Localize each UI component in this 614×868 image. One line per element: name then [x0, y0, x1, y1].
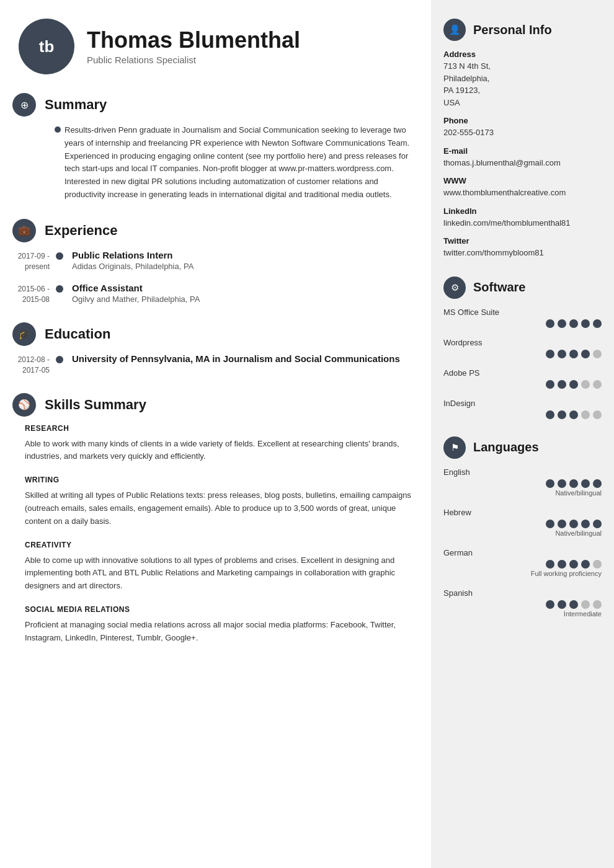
dot	[546, 520, 554, 528]
dot	[558, 479, 566, 488]
linkedin-label: LinkedIn	[443, 206, 602, 216]
lang-level-0: Native/bilingual	[443, 489, 602, 497]
experience-section: 💼 Experience 2017-09 -present Public Rel…	[12, 219, 412, 305]
experience-icon: 💼	[12, 219, 36, 242]
address-value: 713 N 4th St,Philadelphia,PA 19123,USA	[443, 60, 602, 108]
summary-text: Results-driven Penn graduate in Journali…	[65, 125, 409, 199]
lang-name-0: English	[443, 467, 602, 477]
software-name-3: InDesign	[443, 399, 602, 408]
education-icon: 🎓	[12, 322, 36, 346]
software-item-2: Adobe PS	[443, 368, 602, 389]
dot	[593, 350, 602, 358]
lang-dots-1	[443, 520, 602, 528]
software-title: Software	[473, 280, 525, 294]
dot	[558, 600, 566, 609]
skill-cat-name-2: CREATIVITY	[25, 541, 412, 549]
personal-info-icon: 👤	[443, 19, 466, 41]
dot	[581, 410, 590, 419]
dot	[546, 350, 554, 358]
dot	[558, 410, 566, 419]
candidate-subtitle: Public Relations Specialist	[87, 55, 300, 65]
experience-item-1: 2015-06 -2015-08 Office Assistant Ogilvy…	[12, 283, 412, 305]
education-item-0: 2012-08 -2017-05 University of Pennsylva…	[12, 353, 412, 376]
info-twitter: Twitter twitter.com/thommybloom81	[443, 236, 602, 259]
lang-dots-0	[443, 479, 602, 488]
software-name-0: MS Office Suite	[443, 308, 602, 317]
dot	[558, 520, 566, 528]
exp-date-0: 2017-09 -present	[12, 251, 56, 272]
lang-dots-2	[443, 560, 602, 569]
dot	[558, 319, 566, 328]
skill-cat-name-3: SOCIAL MEDIA RELATIONS	[25, 605, 412, 614]
dot	[593, 479, 602, 488]
www-value: www.thomblumenthalcreative.com	[443, 187, 602, 199]
dot	[593, 600, 602, 609]
summary-section: ⊕ Summary Results-driven Penn graduate i…	[12, 93, 412, 202]
software-dots-0	[443, 319, 602, 328]
exp-sub-0: Adidas Originals, Philadelphia, PA	[72, 262, 194, 271]
avatar: tb	[19, 19, 74, 74]
skill-cat-desc-3: Proficient at managing social media rela…	[25, 619, 412, 645]
address-label: Address	[443, 50, 602, 59]
education-title: Education	[45, 326, 110, 342]
lang-item-2: German Full working proficiency	[443, 548, 602, 577]
email-label: E-mail	[443, 146, 602, 156]
twitter-value: twitter.com/thommybloom81	[443, 247, 602, 259]
summary-bullet	[55, 126, 61, 133]
dot	[581, 479, 590, 488]
software-name-2: Adobe PS	[443, 368, 602, 378]
exp-dot-0	[56, 252, 63, 260]
edu-date-0: 2012-08 -2017-05	[12, 355, 56, 376]
info-address: Address 713 N 4th St,Philadelphia,PA 191…	[443, 50, 602, 108]
dot	[558, 350, 566, 358]
info-phone: Phone 202-555-0173	[443, 116, 602, 139]
personal-info-section: 👤 Personal Info Address 713 N 4th St,Phi…	[443, 19, 602, 259]
email-value: thomas.j.blumenthal@gmail.com	[443, 157, 602, 169]
lang-dots-3	[443, 600, 602, 609]
languages-title: Languages	[473, 440, 539, 454]
skills-icon: ⚾	[12, 393, 36, 417]
software-item-3: InDesign	[443, 399, 602, 419]
dot	[593, 520, 602, 528]
dot	[569, 319, 578, 328]
dot	[581, 520, 590, 528]
dot	[593, 380, 602, 389]
dot	[569, 560, 578, 569]
dot	[581, 350, 590, 358]
exp-sub-1: Ogilvy and Mather, Philadelphia, PA	[72, 294, 200, 304]
dot	[546, 600, 554, 609]
dot	[593, 560, 602, 569]
skill-cat-3: SOCIAL MEDIA RELATIONS Proficient at man…	[19, 605, 412, 645]
experience-title: Experience	[45, 223, 117, 239]
lang-name-1: Hebrew	[443, 508, 602, 517]
lang-level-2: Full working proficiency	[443, 570, 602, 577]
info-www: WWW www.thomblumenthalcreative.com	[443, 176, 602, 199]
dot	[569, 380, 578, 389]
skill-cat-0: RESEARCH Able to work with many kinds of…	[19, 424, 412, 464]
lang-item-0: English Native/bilingual	[443, 467, 602, 497]
software-dots-2	[443, 380, 602, 389]
software-dots-1	[443, 350, 602, 358]
dot	[581, 600, 590, 609]
www-label: WWW	[443, 176, 602, 185]
education-section: 🎓 Education 2012-08 -2017-05 University …	[12, 322, 412, 376]
skill-cat-desc-1: Skilled at writing all types of Public R…	[25, 489, 412, 528]
dot	[558, 380, 566, 389]
skills-categories: RESEARCH Able to work with many kinds of…	[12, 424, 412, 645]
dot	[569, 479, 578, 488]
info-linkedin: LinkedIn linkedin.com/me/thomblumenthal8…	[443, 206, 602, 229]
lang-name-3: Spanish	[443, 588, 602, 598]
dot	[546, 380, 554, 389]
edu-dot-0	[56, 356, 63, 363]
experience-items: 2017-09 -present Public Relations Intern…	[12, 250, 412, 305]
dot	[546, 479, 554, 488]
software-item-0: MS Office Suite	[443, 308, 602, 328]
dot	[593, 410, 602, 419]
software-dots-3	[443, 410, 602, 419]
skill-cat-2: CREATIVITY Able to come up with innovati…	[19, 541, 412, 593]
dot	[569, 350, 578, 358]
dot	[569, 600, 578, 609]
skills-section: ⚾ Skills Summary RESEARCH Able to work w…	[12, 393, 412, 645]
exp-date-1: 2015-06 -2015-08	[12, 284, 56, 305]
info-email: E-mail thomas.j.blumenthal@gmail.com	[443, 146, 602, 169]
